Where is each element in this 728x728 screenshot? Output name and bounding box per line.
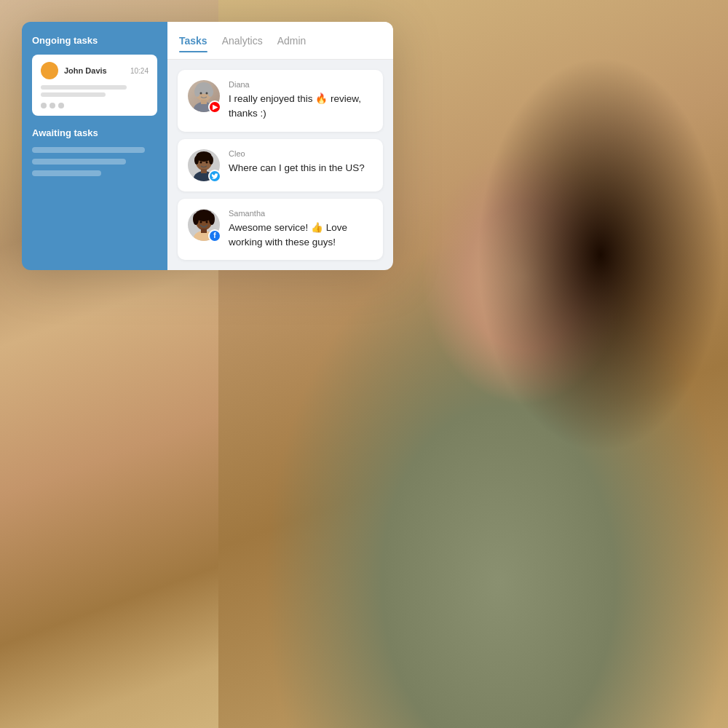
tab-analytics[interactable]: Analytics [222,32,263,50]
svg-rect-5 [201,100,207,104]
awaiting-lines [32,147,157,176]
sender-samantha: Samantha [229,209,373,218]
task-line-1 [41,85,127,90]
facebook-badge-samantha: f [208,229,221,242]
text-diana: I really enjoyed this 🔥 review, thanks :… [229,92,373,122]
svg-point-2 [194,87,200,97]
messages-panel: Tasks Analytics Admin [167,22,393,270]
task-dots [41,103,149,108]
task-dot-1 [41,103,47,108]
sender-diana: Diana [229,80,373,89]
message-content-cleo: Cleo Where can I get this in the US? [229,149,373,175]
message-card-diana[interactable]: ▶ Diana I really enjoyed this 🔥 review, … [178,70,383,132]
avatar-wrapper-cleo [188,149,220,181]
avatar-wrapper-samantha: f [188,209,220,241]
tasks-panel: Ongoing tasks John Davis 10:24 Awaiting … [22,22,167,270]
message-content-diana: Diana I really enjoyed this 🔥 review, th… [229,80,373,122]
svg-point-11 [209,156,213,165]
task-card[interactable]: John Davis 10:24 [32,55,157,116]
svg-point-19 [209,213,215,225]
youtube-badge-diana: ▶ [208,100,221,114]
task-lines [41,85,149,97]
task-time: 10:24 [130,67,149,75]
tab-bar: Tasks Analytics Admin [167,22,393,60]
sender-cleo: Cleo [229,149,373,158]
awaiting-line-3 [32,170,101,176]
svg-point-10 [194,156,199,165]
svg-point-23 [206,221,208,223]
svg-rect-13 [201,169,207,173]
message-content-samantha: Samantha Awesome service! 👍 Love working… [229,209,373,250]
svg-point-6 [200,92,202,95]
task-dot-2 [50,103,55,108]
svg-point-3 [207,87,213,97]
message-card-cleo[interactable]: Cleo Where can I get this in the US? [178,139,383,191]
awaiting-line-1 [32,147,145,153]
svg-rect-21 [201,229,207,233]
task-user-name: John Davis [64,66,124,75]
twitter-badge-cleo [208,170,221,183]
task-dot-3 [58,103,64,108]
avatar-wrapper-diana: ▶ [188,80,220,112]
message-card-samantha[interactable]: f Samantha Awesome service! 👍 Love worki… [178,199,383,261]
awaiting-tasks-title: Awaiting tasks [32,127,157,138]
svg-point-22 [200,221,202,223]
task-avatar [41,62,58,79]
ongoing-tasks-title: Ongoing tasks [32,35,157,46]
svg-point-7 [206,92,208,95]
awaiting-line-2 [32,159,126,165]
text-cleo: Where can I get this in the US? [229,161,373,175]
svg-point-15 [206,161,208,163]
svg-point-18 [193,213,199,225]
text-samantha: Awesome service! 👍 Love working with the… [229,221,373,250]
tab-tasks[interactable]: Tasks [179,32,207,50]
ui-overlay: Ongoing tasks John Davis 10:24 Awaiting … [22,22,393,270]
messages-list: ▶ Diana I really enjoyed this 🔥 review, … [167,60,393,270]
svg-point-14 [200,161,202,163]
tab-admin[interactable]: Admin [277,32,306,50]
task-line-2 [41,92,106,97]
